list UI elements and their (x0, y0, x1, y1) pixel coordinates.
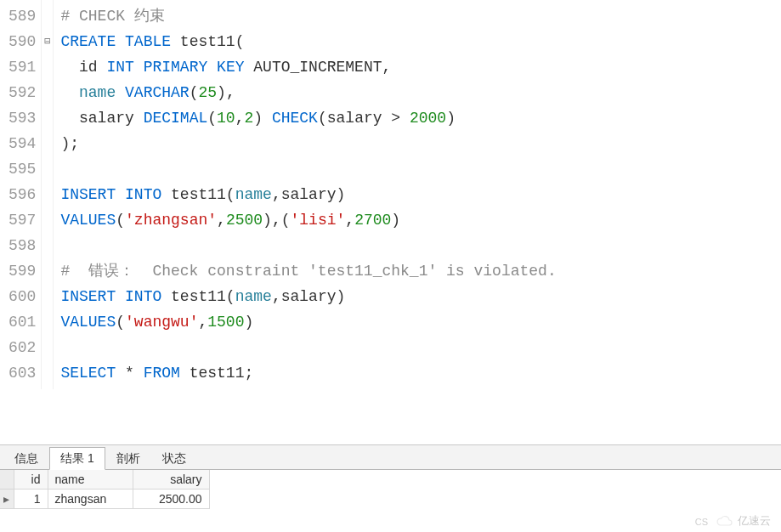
line-number: 595 (8, 156, 36, 182)
fold-marker (42, 182, 53, 207)
line-number: 598 (8, 233, 36, 258)
line-number: 589 (8, 3, 36, 29)
row-header-blank (0, 470, 14, 490)
col-name[interactable]: name (48, 470, 133, 490)
code-line[interactable] (60, 335, 774, 360)
code-line[interactable]: CREATE TABLE test11( (60, 29, 774, 54)
fold-marker (42, 80, 53, 105)
code-line[interactable]: SELECT * FROM test11; (60, 360, 774, 386)
line-number: 596 (8, 182, 36, 207)
cloud-icon (716, 515, 733, 527)
fold-marker (42, 335, 53, 360)
fold-marker (42, 105, 53, 131)
line-number: 603 (8, 360, 36, 386)
row-marker: ▸ (0, 490, 14, 509)
watermark-text: 亿速云 (738, 513, 771, 529)
watermark: 亿速云 (716, 513, 771, 529)
code-line[interactable]: INSERT INTO test11(name,salary) (60, 182, 774, 207)
fold-marker (42, 258, 53, 284)
line-number-gutter: 5895905915925935945955965975985996006016… (0, 0, 42, 389)
result-grid[interactable]: id name salary ▸1zhangsan2500.00 (0, 469, 781, 532)
fold-marker (42, 131, 53, 156)
col-salary[interactable]: salary (133, 470, 209, 490)
code-line[interactable]: VALUES('zhangsan',2500),('lisi',2700) (60, 207, 774, 233)
line-number: 590 (8, 29, 36, 54)
line-number: 593 (8, 105, 36, 131)
code-line[interactable]: # CHECK 约束 (60, 3, 774, 29)
line-number: 599 (8, 258, 36, 284)
tab-result-1[interactable]: 结果 1 (49, 447, 105, 470)
table-row[interactable]: ▸1zhangsan2500.00 (0, 490, 209, 509)
fold-marker (42, 284, 53, 309)
cell-id[interactable]: 1 (14, 490, 48, 509)
code-line[interactable]: ); (60, 131, 774, 156)
tab-status[interactable]: 状态 (151, 447, 197, 469)
code-line[interactable] (60, 156, 774, 182)
line-number: 597 (8, 207, 36, 233)
fold-marker (42, 54, 53, 80)
fold-marker (42, 156, 53, 182)
line-number: 592 (8, 80, 36, 105)
code-editor[interactable]: 5895905915925935945955965975985996006016… (0, 0, 781, 389)
code-line[interactable]: name VARCHAR(25), (60, 80, 774, 105)
cell-salary[interactable]: 2500.00 (133, 490, 209, 509)
line-number: 591 (8, 54, 36, 80)
code-area[interactable]: # CHECK 约束CREATE TABLE test11( id INT PR… (54, 0, 781, 389)
tab-info[interactable]: 信息 (3, 447, 49, 469)
col-id[interactable]: id (14, 470, 48, 490)
fold-marker (42, 233, 53, 258)
results-panel: 信息 结果 1 剖析 状态 id name salary ▸1zhangsan2… (0, 444, 781, 532)
line-number: 602 (8, 335, 36, 360)
line-number: 600 (8, 284, 36, 309)
code-line[interactable]: INSERT INTO test11(name,salary) (60, 284, 774, 309)
line-number: 594 (8, 131, 36, 156)
fold-marker (42, 3, 53, 29)
cell-name[interactable]: zhangsan (48, 490, 133, 509)
tab-profile[interactable]: 剖析 (105, 447, 151, 469)
fold-marker (42, 360, 53, 386)
code-line[interactable] (60, 233, 774, 258)
grid-header-row: id name salary (0, 470, 209, 490)
code-line[interactable]: VALUES('wangwu',1500) (60, 309, 774, 335)
code-line[interactable]: salary DECIMAL(10,2) CHECK(salary > 2000… (60, 105, 774, 131)
results-tabs: 信息 结果 1 剖析 状态 (0, 445, 781, 469)
fold-marker (42, 207, 53, 233)
line-number: 601 (8, 309, 36, 335)
fold-marker[interactable]: ⊟ (42, 29, 53, 54)
cs-mark: CS (695, 517, 708, 527)
fold-marker (42, 309, 53, 335)
code-line[interactable]: # 错误： Check constraint 'test11_chk_1' is… (60, 258, 774, 284)
fold-column[interactable]: ⊟ (42, 0, 54, 389)
code-line[interactable]: id INT PRIMARY KEY AUTO_INCREMENT, (60, 54, 774, 80)
